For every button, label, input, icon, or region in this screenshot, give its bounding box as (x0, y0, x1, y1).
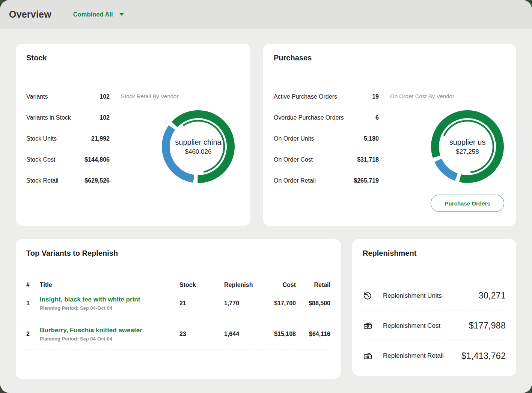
stock-chart-title: Stock Retail By Vendor (121, 93, 240, 99)
replenishment-card: Replenishment Replenishment Units 30,271 (352, 239, 516, 376)
col-rank: # (26, 282, 40, 288)
stat-row-variants: Variants 102 (26, 86, 110, 107)
planning-period: Planning Period: Sep 04-Oct 04 (40, 305, 179, 311)
chevron-down-icon (119, 13, 124, 16)
purchases-stats-list: Active Purchase Orders 19 Overdue Purcha… (274, 86, 379, 212)
cell-cost: $17,700 (267, 300, 296, 307)
planning-period: Planning Period: Sep 04-Oct 04 (40, 336, 179, 342)
col-retail: Retail (296, 282, 330, 288)
replenishment-units-row: Replenishment Units 30,271 (363, 281, 506, 311)
stat-row-on-order-retail: On Order Retail $265,719 (274, 170, 379, 191)
cell-cost: $15,108 (267, 331, 296, 338)
cell-stock: 21 (179, 300, 224, 307)
purchase-orders-button[interactable]: Purchase Orders (431, 195, 504, 212)
row-rank: 2 (26, 331, 40, 338)
replenishment-list: Replenishment Units 30,271 Replenishment… (363, 281, 506, 371)
top-variants-title: Top Variants to Replenish (26, 249, 330, 258)
stat-row-stock-retail: Stock Retail $629,526 (26, 170, 110, 191)
product-link[interactable]: Burberry, Fuschia knitted sweater (40, 327, 179, 334)
stock-card: Stock Variants 102 Variants in Stock 102… (16, 44, 250, 226)
col-cost: Cost (267, 282, 296, 288)
top-bar: Overview Combined All (0, 0, 532, 28)
scope-dropdown[interactable]: Combined All (73, 11, 124, 18)
replenishment-title: Replenishment (363, 249, 506, 258)
col-stock: Stock (179, 282, 224, 288)
stat-row-active-pos: Active Purchase Orders 19 (274, 86, 379, 107)
top-variants-card: Top Variants to Replenish # Title Stock … (16, 239, 341, 379)
page-content: Stock Variants 102 Variants in Stock 102… (0, 28, 532, 379)
history-icon (363, 291, 373, 301)
stat-row-stock-units: Stock Units 21,992 (26, 128, 110, 149)
purchases-card: Purchases Active Purchase Orders 19 Over… (263, 44, 516, 226)
table-header-row: # Title Stock Replenish Cost Retail (26, 282, 330, 288)
stat-row-on-order-cost: On Order Cost $31,718 (274, 149, 379, 170)
table-row: 1 Insight, black tee with white print Pl… (26, 288, 330, 319)
page-title: Overview (9, 9, 51, 20)
app-window: Overview Combined All Stock Variants 102 (0, 0, 532, 393)
row-title-cell: Burberry, Fuschia knitted sweater Planni… (40, 327, 179, 342)
cell-replenish: 1,644 (224, 331, 267, 338)
cell-replenish: 1,770 (224, 300, 267, 307)
cell-retail: $64,116 (296, 331, 330, 338)
table-row: 2 Burberry, Fuschia knitted sweater Plan… (26, 319, 330, 350)
row-rank: 1 (26, 300, 40, 307)
stock-stats-list: Variants 102 Variants in Stock 102 Stock… (26, 86, 110, 191)
product-link[interactable]: Insight, black tee with white print (40, 296, 179, 303)
cell-retail: $88,500 (296, 300, 330, 307)
purchases-chart-title: On Order Cost By Vendor (390, 93, 506, 99)
stat-row-overdue-pos: Overdue Purchase Orders 6 (274, 107, 379, 128)
purchases-card-title: Purchases (274, 54, 506, 62)
replenishment-retail-row: Replenishment Retail $1,413,762 (363, 341, 506, 371)
row-title-cell: Insight, black tee with white print Plan… (40, 296, 179, 311)
donut-inner-highlight (444, 121, 493, 172)
stock-donut-svg (161, 109, 236, 184)
donut-segment (162, 125, 194, 183)
money-icon (363, 351, 373, 361)
stat-row-stock-cost: Stock Cost $144,806 (26, 149, 110, 170)
scope-dropdown-label: Combined All (73, 11, 113, 18)
cell-stock: 23 (179, 331, 224, 338)
donut-inner-highlight (183, 121, 224, 172)
col-replenish: Replenish (224, 282, 267, 288)
stat-row-on-order-units: On Order Units 5,180 (274, 128, 379, 149)
donut-segment (434, 159, 458, 181)
stat-row-variants-in-stock: Variants in Stock 102 (26, 107, 110, 128)
purchases-donut-chart: supplier us $27,258 (430, 109, 505, 184)
replenishment-cost-row: Replenishment Cost $177,988 (363, 311, 506, 341)
col-title: Title (40, 282, 179, 288)
stock-card-title: Stock (26, 54, 240, 62)
purchases-donut-svg (430, 109, 505, 184)
money-icon (363, 321, 373, 331)
stock-donut-chart: supplier china $460,026 (161, 109, 236, 184)
